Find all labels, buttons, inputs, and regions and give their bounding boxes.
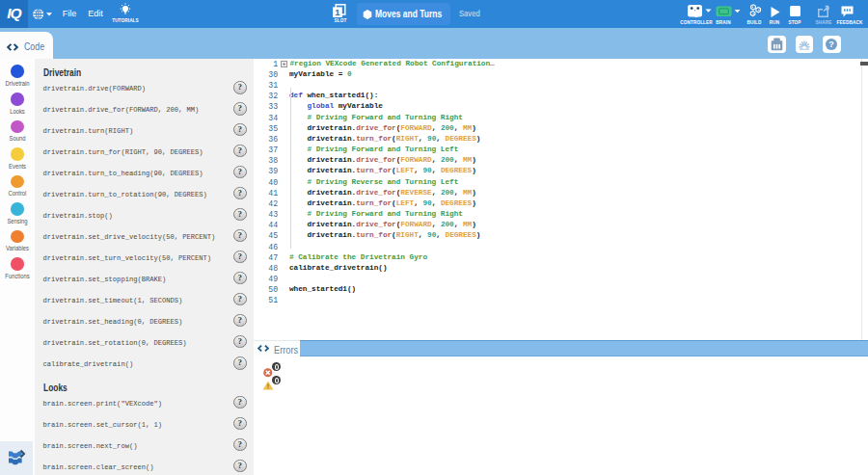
svg-text:?: ? (828, 40, 834, 49)
svg-text:1: 1 (335, 7, 340, 17)
